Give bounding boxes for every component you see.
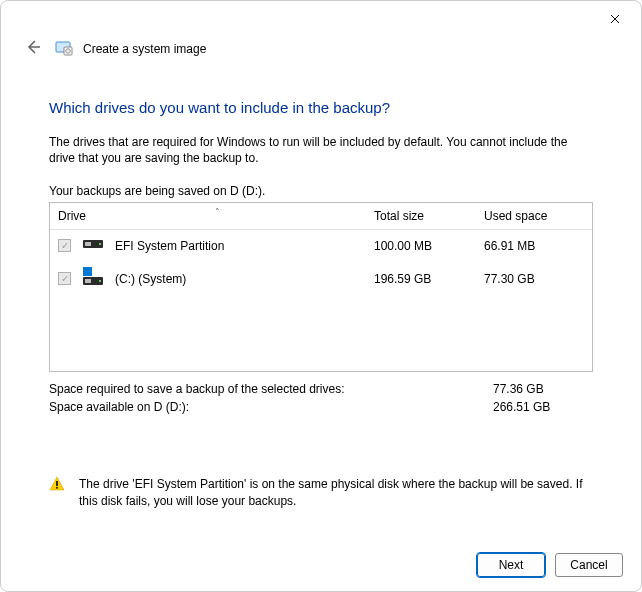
warning-icon xyxy=(49,476,65,492)
content-area: Which drives do you want to include in t… xyxy=(1,65,641,509)
svg-rect-7 xyxy=(83,267,87,271)
svg-rect-4 xyxy=(85,242,91,246)
svg-point-5 xyxy=(99,243,101,245)
checkbox-disabled-icon: ✓ xyxy=(58,239,71,252)
sort-caret-icon: ˄ xyxy=(215,207,220,217)
space-available-label: Space available on D (D:): xyxy=(49,400,493,414)
system-image-icon xyxy=(55,39,73,60)
table-row[interactable]: ✓ (C:) (System) 196.59 GB 77. xyxy=(50,261,592,296)
header-row: Create a system image xyxy=(1,37,641,65)
drive-name: (C:) (System) xyxy=(115,272,186,286)
drive-used: 77.30 GB xyxy=(484,272,584,286)
page-description: The drives that are required for Windows… xyxy=(49,134,593,166)
page-heading: Which drives do you want to include in t… xyxy=(49,99,593,116)
header-used[interactable]: Used space xyxy=(484,209,584,223)
checkbox-disabled-icon: ✓ xyxy=(58,272,71,285)
drive-name: EFI System Partition xyxy=(115,239,224,253)
svg-rect-8 xyxy=(88,267,92,271)
drive-icon xyxy=(83,236,105,255)
svg-rect-12 xyxy=(85,279,91,283)
system-drive-icon xyxy=(83,267,105,290)
svg-rect-9 xyxy=(83,272,87,276)
warning-block: The drive 'EFI System Partition' is on t… xyxy=(49,476,593,508)
backup-target-message: Your backups are being saved on D (D:). xyxy=(49,184,593,198)
warning-text: The drive 'EFI System Partition' is on t… xyxy=(79,476,593,508)
space-required-value: 77.36 GB xyxy=(493,382,593,396)
svg-rect-10 xyxy=(88,272,92,276)
svg-point-2 xyxy=(66,48,71,53)
drive-total: 196.59 GB xyxy=(374,272,484,286)
table-header[interactable]: Drive ˄ Total size Used space xyxy=(50,203,592,230)
cancel-button[interactable]: Cancel xyxy=(555,553,623,577)
next-button[interactable]: Next xyxy=(477,553,545,577)
svg-rect-15 xyxy=(56,487,58,489)
space-required-label: Space required to save a backup of the s… xyxy=(49,382,493,396)
table-row[interactable]: ✓ EFI System Partition 100.00 MB 66.91 M… xyxy=(50,230,592,261)
drive-list: Drive ˄ Total size Used space ✓ EFI Syst… xyxy=(49,202,593,372)
svg-rect-14 xyxy=(56,481,58,486)
header-total[interactable]: Total size xyxy=(374,209,484,223)
drive-total: 100.00 MB xyxy=(374,239,484,253)
back-arrow-icon[interactable] xyxy=(21,37,45,61)
window-title: Create a system image xyxy=(83,42,206,56)
titlebar xyxy=(1,1,641,37)
footer-buttons: Next Cancel xyxy=(477,553,623,577)
space-available-value: 266.51 GB xyxy=(493,400,593,414)
svg-point-13 xyxy=(99,280,101,282)
close-icon[interactable] xyxy=(599,3,631,35)
drive-used: 66.91 MB xyxy=(484,239,584,253)
summary: Space required to save a backup of the s… xyxy=(49,380,593,416)
